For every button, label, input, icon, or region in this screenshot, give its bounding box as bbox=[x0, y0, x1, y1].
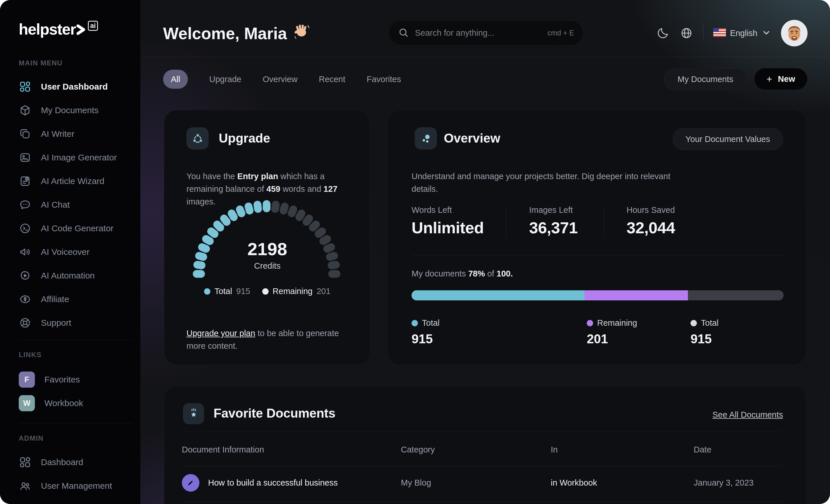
sidebar-item-label: AI Voiceover bbox=[41, 247, 89, 257]
sidebar-item-label: User Management bbox=[41, 481, 112, 491]
sidebar-item-ai-article-wizard[interactable]: AI Article Wizard bbox=[19, 169, 133, 193]
table-header: Document InformationCategoryInDate bbox=[182, 445, 783, 455]
sidebar-item-label: AI Code Generator bbox=[41, 224, 114, 233]
legend-value: 201 bbox=[587, 332, 637, 346]
legend-value: 201 bbox=[316, 287, 330, 296]
sidebar-item-label: AI Article Wizard bbox=[41, 176, 104, 186]
sidebar-item-ai-chat[interactable]: AI Chat bbox=[19, 193, 133, 216]
document-title: How to build a successful business bbox=[208, 478, 338, 488]
sidebar-section-admin: ADMINDashboardUser Management bbox=[19, 434, 133, 498]
page-title: Welcome, Maria bbox=[163, 23, 310, 43]
stat-label: Hours Saved bbox=[627, 205, 675, 215]
gear-play-icon bbox=[19, 269, 31, 282]
legend-dot bbox=[262, 288, 268, 295]
article-icon bbox=[19, 175, 31, 188]
overview-card: Overview Your Document Values Understand… bbox=[387, 110, 806, 365]
stat-hours-saved: Hours Saved32,044 bbox=[627, 205, 675, 237]
tab-upgrade[interactable]: Upgrade bbox=[209, 75, 241, 84]
column-header-document-information: Document Information bbox=[182, 445, 401, 455]
legend-value: 915 bbox=[691, 332, 719, 346]
table-divider bbox=[182, 432, 783, 432]
column-header-date: Date bbox=[694, 445, 783, 455]
sidebar-item-ai-voiceover[interactable]: AI Voiceover bbox=[19, 240, 133, 264]
badge-w: W bbox=[19, 395, 35, 411]
legend-item-remaining: Remaining201 bbox=[262, 287, 330, 296]
sidebar-item-dashboard[interactable]: Dashboard bbox=[19, 450, 133, 474]
sidebar-item-workbook[interactable]: WWorkbook bbox=[19, 392, 133, 415]
stat-value: 32,044 bbox=[627, 218, 675, 237]
new-button[interactable]: + New bbox=[755, 68, 807, 90]
legend-value: 915 bbox=[412, 332, 440, 346]
sidebar-item-user-management[interactable]: User Management bbox=[19, 474, 133, 498]
documents-progress-text: My documents 78% of 100. bbox=[412, 269, 513, 278]
user-avatar[interactable] bbox=[781, 20, 807, 46]
share-nodes-icon bbox=[187, 127, 209, 149]
overview-divider bbox=[412, 255, 783, 256]
document-location: in Workbook bbox=[551, 478, 694, 488]
sidebar-item-user-dashboard[interactable]: User Dashboard bbox=[19, 75, 133, 99]
table-divider bbox=[182, 502, 783, 502]
us-flag-icon bbox=[713, 28, 726, 38]
sidebar-item-ai-writer[interactable]: AI Writer bbox=[19, 122, 133, 146]
logo-ai-badge: ai bbox=[88, 21, 98, 31]
tab-overview[interactable]: Overview bbox=[262, 75, 297, 84]
image-icon bbox=[19, 151, 31, 164]
toolbar-buttons: My Documents + New bbox=[664, 68, 807, 90]
sidebar-item-label: Support bbox=[41, 318, 71, 328]
search-input[interactable] bbox=[414, 28, 542, 38]
header-actions: English bbox=[656, 20, 807, 46]
sidebar-item-ai-automation[interactable]: AI Automation bbox=[19, 264, 133, 288]
document-category: My Blog bbox=[401, 478, 551, 488]
sidebar-item-label: AI Automation bbox=[41, 271, 95, 280]
documents-progress-bar bbox=[412, 290, 784, 300]
stat-value: Unlimited bbox=[412, 218, 484, 237]
document-date: January 3, 2023 bbox=[694, 478, 783, 488]
legend-dot bbox=[412, 320, 418, 326]
speaker-icon bbox=[19, 246, 31, 258]
sidebar-item-my-documents[interactable]: My Documents bbox=[19, 99, 133, 122]
app-window: helpster ai MAIN MENUUser DashboardMy Do… bbox=[0, 0, 830, 504]
favorite-documents-card: Favorite Documents See All Documents Doc… bbox=[164, 386, 806, 504]
legend-dot bbox=[204, 288, 211, 295]
language-selector[interactable]: English bbox=[713, 28, 771, 39]
my-documents-button[interactable]: My Documents bbox=[664, 68, 747, 90]
credits-label: Credits bbox=[164, 261, 370, 271]
logo[interactable]: helpster ai bbox=[19, 20, 133, 39]
tab-favorites[interactable]: Favorites bbox=[366, 75, 401, 84]
search-shortcut: cmd + E bbox=[548, 29, 574, 37]
legend-value: 915 bbox=[236, 287, 250, 296]
stat-label: Words Left bbox=[412, 205, 484, 215]
upgrade-plan-link[interactable]: Upgrade your plan bbox=[187, 329, 255, 338]
progress-segment-total bbox=[412, 290, 584, 300]
dashboard-icon bbox=[19, 456, 31, 469]
overview-legend-2: Total915 bbox=[691, 318, 719, 346]
dark-mode-moon-icon[interactable] bbox=[656, 26, 670, 40]
sidebar-item-affiliate[interactable]: Affiliate bbox=[19, 288, 133, 311]
see-all-documents-link[interactable]: See All Documents bbox=[712, 410, 783, 419]
section-label: MAIN MENU bbox=[19, 59, 133, 67]
sidebar-item-ai-image-generator[interactable]: AI Image Generator bbox=[19, 146, 133, 169]
document-values-button[interactable]: Your Document Values bbox=[673, 128, 783, 150]
sidebar-section-links: LINKSFFavoritesWWorkbook bbox=[19, 351, 133, 415]
sidebar-item-ai-code-generator[interactable]: AI Code Generator bbox=[19, 216, 133, 240]
welcome-text: Welcome, Maria bbox=[163, 24, 287, 43]
tab-recent[interactable]: Recent bbox=[319, 75, 345, 84]
new-button-label: New bbox=[778, 74, 795, 84]
legend-label: Total bbox=[701, 318, 719, 328]
users-icon bbox=[19, 479, 31, 492]
sidebar-item-support[interactable]: Support bbox=[19, 311, 133, 335]
table-row[interactable]: How to build a successful businessMy Blo… bbox=[182, 469, 783, 496]
pen-icon bbox=[182, 474, 199, 492]
tab-all[interactable]: All bbox=[163, 70, 188, 89]
upgrade-card-title: Upgrade bbox=[219, 131, 270, 145]
table-divider bbox=[182, 466, 783, 466]
sidebar-item-label: AI Chat bbox=[41, 200, 70, 210]
legend-label: Remaining bbox=[273, 287, 313, 296]
section-label: ADMIN bbox=[19, 434, 133, 442]
sidebar-divider bbox=[19, 340, 133, 340]
stat-label: Images Left bbox=[529, 205, 578, 215]
globe-language-icon[interactable] bbox=[679, 26, 693, 40]
column-header-in: In bbox=[551, 445, 694, 455]
sidebar-item-favorites[interactable]: FFavorites bbox=[19, 368, 133, 392]
overview-legend-1: Remaining201 bbox=[587, 318, 637, 346]
